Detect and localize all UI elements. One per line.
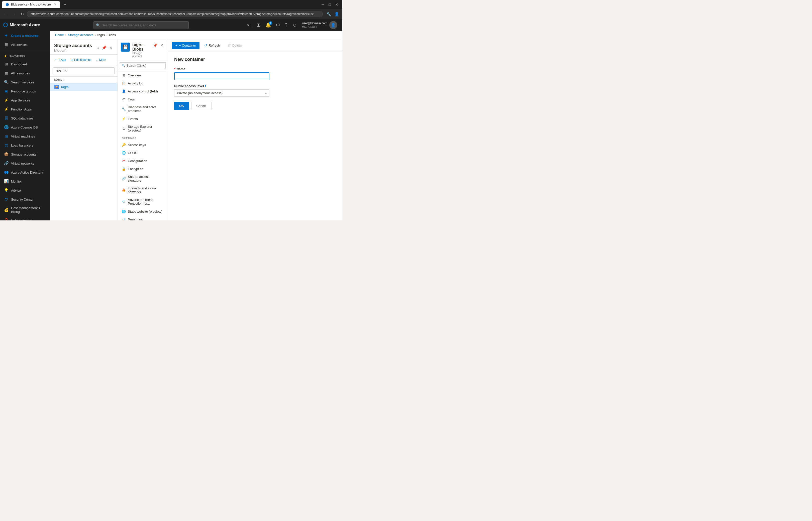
sidebar-item-storage-accounts[interactable]: 📦 Storage accounts [0, 150, 50, 159]
storage-panel-search-input[interactable] [53, 67, 114, 74]
breadcrumb-storage-accounts[interactable]: Storage accounts [68, 33, 93, 37]
close-window-button[interactable]: ✕ [333, 1, 341, 7]
refresh-button[interactable]: ↻ [19, 11, 25, 18]
breadcrumb-home[interactable]: Home [55, 33, 64, 37]
help-icon: ? [285, 23, 287, 27]
new-container-panel: New container * Name Public access level… [168, 52, 342, 221]
sidebar-item-virtual-networks[interactable]: 🔗 Virtual networks [0, 159, 50, 168]
breadcrumb-sep-1: › [65, 33, 66, 37]
minimize-button[interactable]: ─ [320, 1, 326, 7]
ok-button[interactable]: OK [174, 102, 189, 110]
notifications-button[interactable]: 🔔 1 [263, 21, 273, 29]
public-access-select[interactable]: Private (no anonymous access)Blob (anony… [174, 89, 269, 97]
storage-panel-collapse-button[interactable]: « [96, 45, 100, 51]
cancel-button[interactable]: Cancel [191, 102, 212, 110]
sidebar-item-help-support[interactable]: ❓ Help + support [0, 216, 50, 221]
sidebar-item-sql-databases[interactable]: 🗄 SQL databases [0, 114, 50, 123]
tab-close-icon[interactable]: ✕ [54, 3, 57, 6]
resource-nav-item-overview[interactable]: ⊞ Overview [118, 71, 168, 79]
sidebar-item-azure-active-directory[interactable]: 👥 Azure Active Directory [0, 168, 50, 177]
add-container-button[interactable]: + + Container [172, 42, 199, 49]
resource-nav-item-cors[interactable]: 🌐 CORS [118, 149, 168, 157]
refresh-button[interactable]: ↺ Refresh [201, 42, 223, 49]
public-access-help-icon[interactable]: ℹ [205, 84, 206, 88]
user-name: user@domain.com [302, 22, 327, 26]
security-center-icon: 🛡 [4, 197, 8, 202]
resource-nav-item-properties[interactable]: 📊 Properties [118, 216, 168, 221]
container-name-input[interactable] [174, 72, 269, 80]
sidebar-item-cost-management[interactable]: 💰 Cost Management + Billing [0, 204, 50, 216]
resource-nav-item-configuration[interactable]: 🗃 Configuration [118, 157, 168, 165]
forward-button[interactable]: → [10, 11, 18, 17]
storage-panel-pin-button[interactable]: 📌 [101, 44, 108, 51]
function-apps-icon: ⚡ [4, 107, 8, 111]
storage-add-button[interactable]: + + Add [53, 56, 68, 63]
resource-close-button[interactable]: ✕ [159, 43, 164, 48]
sidebar-item-app-services[interactable]: ⚡ App Services [0, 96, 50, 105]
refresh-icon: ↺ [204, 43, 207, 47]
public-access-field-group: Public access level ℹ Private (no anonym… [174, 84, 336, 97]
resource-groups-icon: ▣ [4, 89, 8, 93]
sidebar-item-monitor[interactable]: 📊 Monitor [0, 177, 50, 186]
sidebar-item-security-center[interactable]: 🛡 Security Center [0, 195, 50, 204]
feedback-button[interactable]: ☺ [290, 21, 299, 29]
sidebar-item-all-services[interactable]: ▦ All services [0, 40, 50, 49]
columns-icon: ⊞ [71, 58, 73, 62]
resource-nav-item-firewalls[interactable]: 🔥 Firewalls and virtual networks [118, 184, 168, 196]
sidebar-item-function-apps[interactable]: ⚡ Function Apps [0, 105, 50, 114]
storage-panel-list-header: NAME ↕ [50, 77, 117, 83]
sidebar-item-search-services[interactable]: 🔍 Search services [0, 78, 50, 87]
address-input[interactable] [27, 11, 323, 17]
resource-title: ragrs - Blobs [132, 43, 149, 52]
sidebar-item-resource-groups[interactable]: ▣ Resource groups [0, 87, 50, 96]
sidebar-item-all-resources[interactable]: ▦ All resources [0, 69, 50, 78]
sort-icon[interactable]: ↕ [63, 78, 65, 81]
resource-nav-item-events[interactable]: ⚡ Events [118, 115, 168, 123]
threat-protection-icon: 🛡 [122, 200, 126, 204]
resource-nav-item-iam[interactable]: 👤 Access control (IAM) [118, 87, 168, 95]
sidebar-item-create-resource[interactable]: + Create a resource [0, 31, 50, 40]
new-container-title: New container [174, 57, 336, 62]
maximize-button[interactable]: □ [327, 1, 333, 7]
resource-nav-item-access-keys[interactable]: 🔑 Access keys [118, 141, 168, 149]
settings-button[interactable]: ⚙ [274, 21, 282, 29]
resource-nav-item-tags[interactable]: 🏷 Tags [118, 95, 168, 103]
monitor-icon: 📊 [4, 179, 8, 184]
delete-button[interactable]: 🗑 Delete [225, 42, 245, 49]
resource-nav-item-sas[interactable]: 🔗 Shared access signature [118, 173, 168, 184]
storage-edit-columns-button[interactable]: ⊞ Edit columns [69, 56, 93, 63]
resource-search-input[interactable] [120, 62, 166, 69]
sidebar-item-virtual-machines[interactable]: 🖥 Virtual machines [0, 132, 50, 141]
azure-ad-icon: 👥 [4, 170, 8, 175]
resource-nav-item-activity-log[interactable]: 📋 Activity log [118, 79, 168, 87]
user-profile[interactable]: user@domain.com MICROSOFT 👤 [300, 20, 339, 30]
sidebar-item-dashboard[interactable]: ⊞ Dashboard [0, 60, 50, 69]
resource-nav-item-diagnose[interactable]: 🔧 Diagnose and solve problems [118, 103, 168, 115]
sidebar-item-load-balancers[interactable]: ⚖ Load balancers [0, 141, 50, 150]
extension-icon-1[interactable]: 🔧 [325, 11, 332, 18]
dashboard-icon: ⊞ [4, 62, 8, 66]
resource-nav-item-storage-explorer[interactable]: 🗂 Storage Explorer (preview) [118, 123, 168, 134]
back-button[interactable]: ← [2, 11, 9, 17]
browser-tab[interactable]: 🔵 Blob service - Microsoft Azure ✕ [2, 1, 60, 8]
cloud-shell-button[interactable]: >_ [245, 22, 254, 28]
list-item[interactable]: 📦 ragrs [50, 83, 117, 91]
storage-panel-close-button[interactable]: ✕ [108, 44, 113, 51]
resource-nav-item-encryption[interactable]: 🔒 Encryption [118, 165, 168, 173]
storage-item-icon: 📦 [54, 85, 59, 89]
sidebar-item-advisor[interactable]: 💡 Advisor [0, 186, 50, 195]
sidebar: + Create a resource ▦ All services ★ FAV… [0, 31, 50, 221]
help-button[interactable]: ? [283, 21, 289, 29]
resource-pin-button[interactable]: 📌 [152, 43, 159, 48]
storage-more-button[interactable]: ... More [94, 56, 108, 63]
avatar: 👤 [329, 21, 337, 29]
topbar-search-input[interactable] [93, 21, 189, 29]
resource-nav-item-static-website[interactable]: 🌐 Static website (preview) [118, 207, 168, 216]
azure-logo: ⬡ Microsoft Azure [3, 22, 40, 28]
new-tab-button[interactable]: + [62, 1, 68, 8]
extension-icon-2[interactable]: 👤 [333, 11, 341, 18]
sidebar-item-cosmos-db[interactable]: 🌐 Azure Cosmos DB [0, 123, 50, 132]
directory-subscription-button[interactable]: ⊞ [255, 21, 262, 29]
breadcrumb-current: ragrs - Blobs [97, 33, 116, 37]
resource-nav-item-threat-protection[interactable]: 🛡 Advanced Threat Protection (pr... [118, 196, 168, 207]
